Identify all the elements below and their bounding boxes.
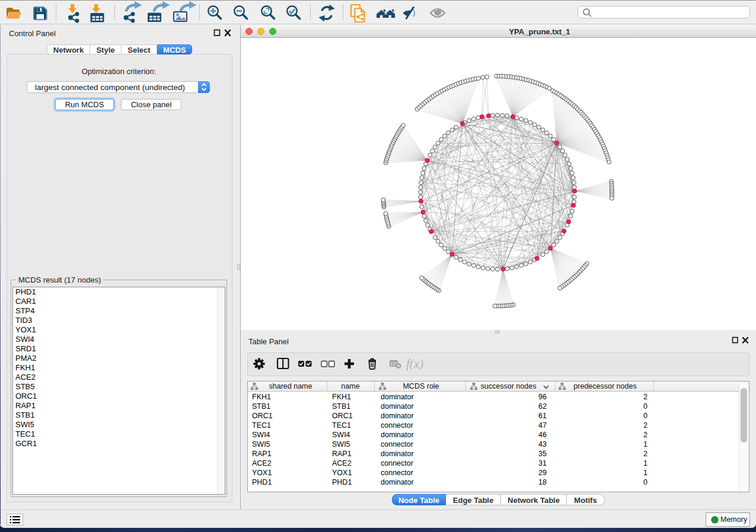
svg-text:f(x): f(x) <box>406 357 423 371</box>
